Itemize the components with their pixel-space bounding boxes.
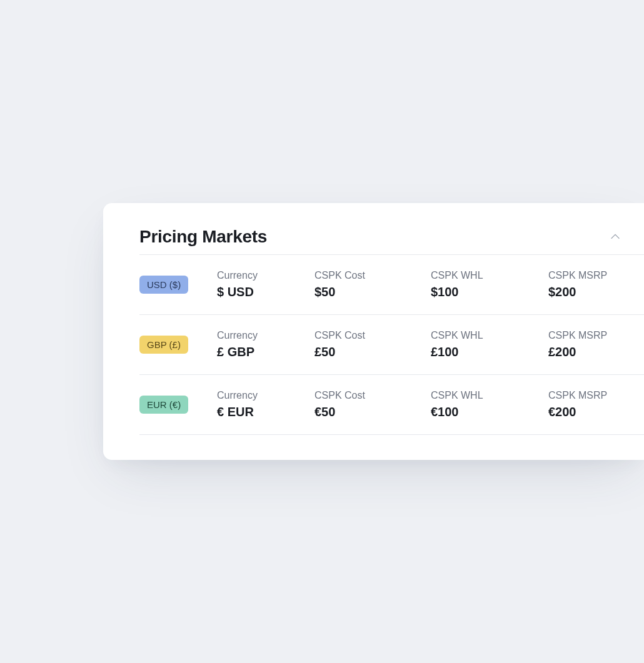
cost-value: €50	[314, 405, 431, 419]
currency-value: € EUR	[217, 405, 314, 419]
badge-column: USD ($)	[139, 276, 217, 294]
currency-value: £ GBP	[217, 345, 314, 359]
msrp-value: €200	[548, 405, 644, 419]
whl-value: $100	[431, 285, 548, 299]
whl-label: CSPK WHL	[431, 390, 548, 401]
whl-value: £100	[431, 345, 548, 359]
whl-label: CSPK WHL	[431, 270, 548, 281]
badge-column: EUR (€)	[139, 396, 217, 414]
chevron-up-icon	[608, 230, 622, 244]
currency-badge-eur: EUR (€)	[139, 396, 188, 414]
cost-column: CSPK Cost $50	[314, 270, 431, 299]
currency-label: Currency	[217, 330, 314, 341]
collapse-button[interactable]	[606, 228, 624, 246]
pricing-row: EUR (€) Currency € EUR CSPK Cost €50 CSP…	[139, 374, 644, 435]
cost-label: CSPK Cost	[314, 390, 431, 401]
cost-value: £50	[314, 345, 431, 359]
whl-label: CSPK WHL	[431, 330, 548, 341]
msrp-column: CSPK MSRP £200	[548, 330, 644, 359]
card-header: Pricing Markets	[139, 227, 644, 247]
currency-badge-gbp: GBP (£)	[139, 336, 188, 354]
whl-column: CSPK WHL €100	[431, 390, 548, 419]
currency-value: $ USD	[217, 285, 314, 299]
msrp-value: $200	[548, 285, 644, 299]
cost-column: CSPK Cost £50	[314, 330, 431, 359]
msrp-label: CSPK MSRP	[548, 330, 644, 341]
pricing-row: GBP (£) Currency £ GBP CSPK Cost £50 CSP…	[139, 314, 644, 374]
currency-column: Currency € EUR	[217, 390, 314, 419]
cost-label: CSPK Cost	[314, 270, 431, 281]
whl-column: CSPK WHL $100	[431, 270, 548, 299]
cost-label: CSPK Cost	[314, 330, 431, 341]
pricing-markets-card: Pricing Markets USD ($) Currency $ USD C…	[103, 203, 644, 460]
pricing-row: USD ($) Currency $ USD CSPK Cost $50 CSP…	[139, 254, 644, 314]
currency-column: Currency $ USD	[217, 270, 314, 299]
msrp-value: £200	[548, 345, 644, 359]
currency-label: Currency	[217, 270, 314, 281]
badge-column: GBP (£)	[139, 336, 217, 354]
whl-value: €100	[431, 405, 548, 419]
msrp-label: CSPK MSRP	[548, 390, 644, 401]
currency-column: Currency £ GBP	[217, 330, 314, 359]
card-title: Pricing Markets	[139, 227, 267, 247]
currency-badge-usd: USD ($)	[139, 276, 188, 294]
currency-label: Currency	[217, 390, 314, 401]
whl-column: CSPK WHL £100	[431, 330, 548, 359]
msrp-label: CSPK MSRP	[548, 270, 644, 281]
cost-column: CSPK Cost €50	[314, 390, 431, 419]
cost-value: $50	[314, 285, 431, 299]
msrp-column: CSPK MSRP €200	[548, 390, 644, 419]
msrp-column: CSPK MSRP $200	[548, 270, 644, 299]
